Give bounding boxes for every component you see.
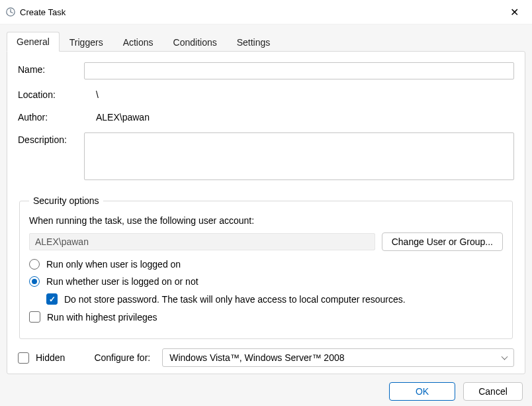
check-row-highest[interactable]: Run with highest privileges — [29, 311, 503, 323]
check-row-no-password[interactable]: Do not store password. The task will onl… — [46, 293, 503, 305]
tab-label: General — [17, 36, 50, 47]
check-row-hidden[interactable]: Hidden — [18, 352, 65, 364]
security-caption: When running the task, use the following… — [29, 215, 503, 226]
ok-button[interactable]: OK — [389, 382, 455, 401]
tab-label: Triggers — [69, 37, 103, 48]
checkbox-hidden[interactable] — [18, 352, 29, 364]
row-author: Author: ALEX\pawan — [18, 110, 514, 125]
checkbox-label: Hidden — [36, 352, 65, 363]
checkbox-no-password[interactable] — [46, 293, 58, 305]
button-label: Change User or Group... — [392, 236, 493, 247]
tab-label: Actions — [123, 37, 154, 48]
clock-icon — [5, 7, 16, 17]
row-location: Location: \ — [18, 87, 514, 102]
location-value: \ — [84, 87, 514, 102]
radio-row-logged-on[interactable]: Run only when user is logged on — [29, 259, 503, 270]
configure-for-label: Configure for: — [94, 352, 150, 363]
author-label: Author: — [18, 110, 84, 123]
change-user-button[interactable]: Change User or Group... — [382, 232, 503, 251]
tab-actions[interactable]: Actions — [113, 32, 163, 52]
titlebar: Create Task ✕ — [0, 0, 532, 24]
bottom-row: Hidden Configure for: Windows Vista™, Wi… — [18, 348, 514, 367]
radio-whether[interactable] — [29, 276, 40, 287]
location-label: Location: — [18, 87, 84, 100]
security-options-group: Security options When running the task, … — [19, 195, 513, 339]
tab-label: Conditions — [173, 37, 217, 48]
window-title: Create Task — [20, 7, 66, 17]
security-legend: Security options — [29, 195, 103, 206]
radio-row-whether[interactable]: Run whether user is logged on or not — [29, 276, 503, 287]
button-label: Cancel — [478, 386, 508, 397]
titlebar-left: Create Task — [5, 7, 66, 17]
radio-label: Run only when user is logged on — [46, 259, 181, 270]
checkbox-highest-privileges[interactable] — [29, 311, 40, 323]
button-label: OK — [416, 386, 429, 397]
cancel-button[interactable]: Cancel — [463, 382, 523, 401]
tab-strip: General Triggers Actions Conditions Sett… — [7, 31, 525, 51]
configure-for-select[interactable]: Windows Vista™, Windows Server™ 2008 — [162, 348, 514, 367]
row-description: Description: — [18, 132, 514, 182]
tab-general[interactable]: General — [7, 32, 60, 52]
description-input[interactable] — [84, 132, 514, 180]
name-input[interactable] — [84, 62, 514, 79]
select-value: Windows Vista™, Windows Server™ 2008 — [169, 352, 344, 363]
tab-settings[interactable]: Settings — [227, 32, 281, 52]
row-name: Name: — [18, 62, 514, 79]
radio-label: Run whether user is logged on or not — [46, 276, 199, 287]
account-input — [29, 233, 375, 250]
tab-conditions[interactable]: Conditions — [163, 32, 227, 52]
dialog-body: General Triggers Actions Conditions Sett… — [0, 24, 532, 406]
tab-panel-general: Name: Location: \ Author: ALEX\pawan Des… — [7, 51, 525, 374]
svg-line-2 — [11, 12, 13, 13]
checkbox-label: Run with highest privileges — [47, 312, 157, 323]
description-label: Description: — [18, 132, 84, 145]
radio-logged-on[interactable] — [29, 259, 40, 270]
author-value: ALEX\pawan — [84, 110, 514, 125]
dialog-buttons: OK Cancel — [7, 374, 525, 401]
name-label: Name: — [18, 62, 84, 75]
tab-label: Settings — [237, 37, 271, 48]
checkbox-label: Do not store password. The task will onl… — [64, 294, 406, 305]
tab-triggers[interactable]: Triggers — [60, 32, 113, 52]
close-icon[interactable]: ✕ — [505, 3, 524, 21]
security-account-row: Change User or Group... — [29, 232, 503, 251]
